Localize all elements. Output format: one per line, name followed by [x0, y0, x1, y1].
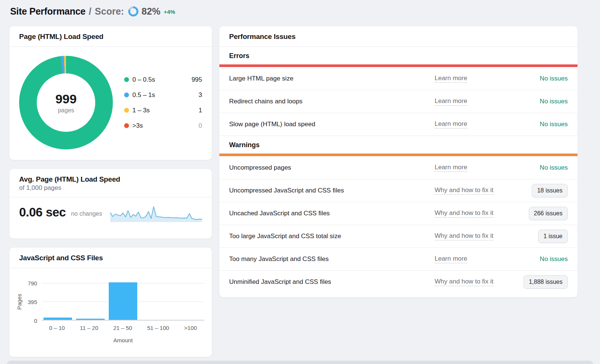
issues-count-button[interactable]: 1,888 issues — [524, 275, 568, 289]
x-axis-labels: 0 – 10 11 – 20 21 – 50 51 – 100 >100 — [42, 325, 204, 331]
legend-dot-green — [124, 77, 129, 82]
js-css-files-card: JavaScript and CSS Files Pages 790 395 0 — [9, 248, 212, 357]
issue-row: Uncompressed JavaScript and CSS files Wh… — [219, 179, 578, 202]
learn-more-link[interactable]: Learn more — [435, 97, 467, 106]
legend-item: 0 – 0.5s 995 — [124, 76, 202, 84]
issue-row: Unminified JavaScript and CSS files Why … — [219, 270, 578, 293]
legend-value: 1 — [186, 107, 202, 114]
issues-count-button[interactable]: 18 issues — [532, 184, 568, 197]
legend-value: 0 — [186, 122, 202, 130]
legend-item: 1 – 3s 1 — [124, 107, 202, 114]
issue-status: No issues — [540, 98, 568, 105]
legend-dot-red — [124, 123, 129, 128]
why-how-fix-link[interactable]: Why and how to fix it — [435, 232, 494, 240]
below-fold-element-edge — [7, 361, 593, 364]
legend-item: 0.5 – 1s 3 — [124, 91, 202, 99]
learn-more-link[interactable]: Learn more — [435, 255, 467, 263]
legend-item: >3s 0 — [124, 122, 202, 130]
issue-row: Uncompressed pages Learn more No issues — [219, 156, 578, 179]
issue-label: Slow page (HTML) load speed — [229, 121, 435, 128]
y-axis-ticks: 790 395 0 — [24, 283, 42, 321]
legend-value: 995 — [186, 76, 202, 84]
issue-label: Too large JavaScript and CSS total size — [229, 233, 435, 240]
issue-row: Too large JavaScript and CSS total size … — [219, 225, 578, 248]
card-title: Performance Issues — [229, 33, 296, 40]
learn-more-link[interactable]: Learn more — [435, 164, 467, 172]
issue-label: Uncached JavaScript and CSS files — [229, 210, 435, 217]
issue-status: No issues — [540, 121, 568, 128]
warnings-severity-bar — [219, 154, 578, 156]
x-axis-title: Amount — [42, 337, 204, 343]
y-tick: 0 — [34, 318, 37, 324]
issue-label: Redirect chains and loops — [229, 98, 435, 105]
avg-speed-sparkline-chart — [110, 204, 202, 222]
why-how-fix-link[interactable]: Why and how to fix it — [435, 278, 494, 286]
bar-11-20 — [76, 319, 105, 320]
issue-label: Too many JavaScript and CSS files — [229, 255, 435, 263]
donut-chart-area: 999 pages 0 – 0.5s 995 0.5 – 1s 3 1 – 3 — [9, 47, 212, 159]
page-title: Site Performance — [10, 6, 86, 17]
avg-speed-status: no changes — [71, 210, 102, 217]
score-delta-badge: +4% — [164, 9, 175, 15]
issues-count-button[interactable]: 266 issues — [529, 207, 568, 220]
issue-label: Uncompressed pages — [229, 164, 435, 172]
issue-label: Large HTML page size — [229, 75, 435, 82]
bar-chart-plot — [42, 283, 204, 321]
issue-row: Slow page (HTML) load speed Learn more N… — [219, 113, 578, 136]
learn-more-link[interactable]: Learn more — [435, 75, 467, 83]
issue-label: Uncompressed JavaScript and CSS files — [229, 187, 435, 194]
issue-row: Too many JavaScript and CSS files Learn … — [219, 248, 578, 270]
avg-load-speed-card: Avg. Page (HTML) Load Speed of 1,000 pag… — [9, 169, 212, 239]
load-speed-donut-chart: 999 pages — [19, 56, 113, 149]
card-header: Performance Issues — [219, 26, 578, 47]
page-header: Site Performance / Score: 82% +4% — [10, 6, 175, 17]
legend-label: >3s — [132, 122, 143, 130]
score-ring-chart — [128, 6, 138, 16]
y-tick: 395 — [28, 299, 37, 305]
legend-value: 3 — [186, 91, 202, 99]
donut-total-label: pages — [58, 107, 74, 114]
why-how-fix-link[interactable]: Why and how to fix it — [435, 186, 494, 195]
learn-more-link[interactable]: Learn more — [435, 120, 467, 128]
legend-dot-blue — [124, 92, 129, 97]
x-tick: >100 — [184, 325, 197, 331]
donut-legend: 0 – 0.5s 995 0.5 – 1s 3 1 – 3s 1 >3s 0 — [124, 76, 202, 130]
score-value: 82% — [142, 6, 160, 17]
avg-speed-value: 0.06 sec — [19, 205, 66, 219]
issue-status: No issues — [540, 164, 568, 172]
y-tick: 790 — [28, 280, 37, 286]
errors-section-heading: Errors — [219, 47, 578, 64]
issue-row: Redirect chains and loops Learn more No … — [219, 90, 578, 113]
legend-dot-yellow — [124, 108, 129, 113]
avg-speed-value-row: 0.06 sec no changes — [9, 197, 212, 228]
issue-status: No issues — [540, 255, 568, 263]
js-css-bar-chart: Pages 790 395 0 0 – 10 11 – 20 — [9, 268, 212, 343]
card-header: Page (HTML) Load Speed — [9, 26, 212, 47]
issue-row: Large HTML page size Learn more No issue… — [219, 67, 578, 90]
bar-0-10 — [44, 318, 72, 320]
y-axis-title: Pages — [16, 283, 24, 321]
why-how-fix-link[interactable]: Why and how to fix it — [435, 209, 494, 218]
issue-row: Uncached JavaScript and CSS files Why an… — [219, 202, 578, 225]
legend-label: 0 – 0.5s — [132, 76, 155, 84]
performance-issues-card: Performance Issues Errors Large HTML pag… — [219, 26, 578, 297]
issues-count-button[interactable]: 1 issue — [538, 230, 568, 243]
donut-center: 999 pages — [37, 73, 95, 132]
card-title: Page (HTML) Load Speed — [19, 33, 104, 40]
bar-21-50 — [109, 282, 137, 320]
errors-severity-bar — [219, 64, 578, 67]
legend-label: 0.5 – 1s — [132, 91, 155, 99]
warnings-section-heading: Warnings — [219, 136, 578, 154]
x-tick: 21 – 50 — [113, 325, 132, 331]
load-speed-card: Page (HTML) Load Speed 999 pages 0 – 0.5… — [9, 26, 212, 160]
card-title: JavaScript and CSS Files — [19, 254, 103, 262]
title-separator: / — [89, 6, 92, 17]
bars — [42, 283, 204, 320]
issue-label: Unminified JavaScript and CSS files — [229, 278, 435, 286]
card-header: JavaScript and CSS Files — [9, 248, 212, 268]
x-tick: 11 – 20 — [80, 325, 98, 331]
x-tick: 0 – 10 — [49, 325, 65, 331]
card-title: Avg. Page (HTML) Load Speed — [19, 175, 120, 183]
issue-status: No issues — [540, 75, 568, 82]
score-label: Score: — [95, 6, 124, 17]
